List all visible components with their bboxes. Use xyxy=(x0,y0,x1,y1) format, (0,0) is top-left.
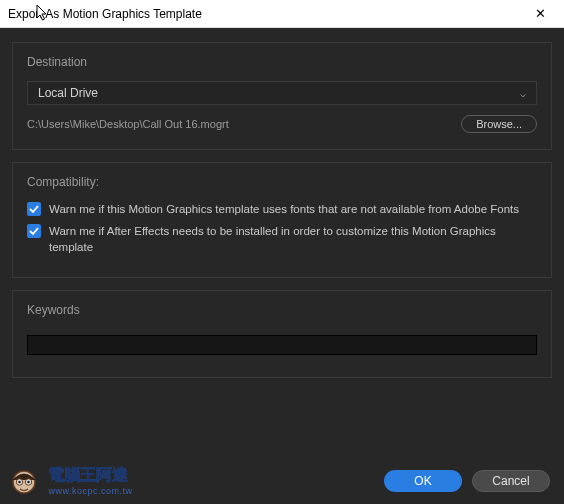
cancel-button[interactable]: Cancel xyxy=(472,470,550,492)
dialog-content: Destination Local Drive ⌵ C:\Users\Mike\… xyxy=(0,28,564,504)
dialog-footer: OK Cancel xyxy=(384,470,550,492)
ok-button[interactable]: OK xyxy=(384,470,462,492)
compatibility-label: Compatibility: xyxy=(27,175,537,189)
browse-button[interactable]: Browse... xyxy=(461,115,537,133)
export-path: C:\Users\Mike\Desktop\Call Out 16.mogrt xyxy=(27,118,229,130)
warn-fonts-row: Warn me if this Motion Graphics template… xyxy=(27,201,537,217)
warn-fonts-checkbox[interactable] xyxy=(27,202,41,216)
warn-ae-row: Warn me if After Effects needs to be ins… xyxy=(27,223,537,255)
close-icon: ✕ xyxy=(535,6,546,21)
chevron-down-icon: ⌵ xyxy=(520,88,526,99)
keywords-input[interactable] xyxy=(27,335,537,355)
path-row: C:\Users\Mike\Desktop\Call Out 16.mogrt … xyxy=(27,115,537,133)
close-button[interactable]: ✕ xyxy=(524,2,556,26)
destination-selected: Local Drive xyxy=(38,86,98,100)
warn-ae-label: Warn me if After Effects needs to be ins… xyxy=(49,223,537,255)
keywords-section: Keywords xyxy=(12,290,552,378)
compatibility-section: Compatibility: Warn me if this Motion Gr… xyxy=(12,162,552,278)
titlebar: Export As Motion Graphics Template ✕ xyxy=(0,0,564,28)
destination-label: Destination xyxy=(27,55,537,69)
warn-fonts-label: Warn me if this Motion Graphics template… xyxy=(49,201,519,217)
warn-ae-checkbox[interactable] xyxy=(27,224,41,238)
window-title: Export As Motion Graphics Template xyxy=(8,7,524,21)
keywords-label: Keywords xyxy=(27,303,537,317)
check-icon xyxy=(29,226,39,236)
destination-section: Destination Local Drive ⌵ C:\Users\Mike\… xyxy=(12,42,552,150)
check-icon xyxy=(29,204,39,214)
destination-dropdown[interactable]: Local Drive ⌵ xyxy=(27,81,537,105)
